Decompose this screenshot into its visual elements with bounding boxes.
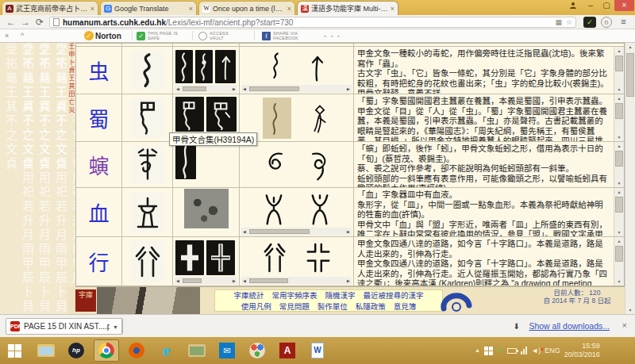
scroll-thumb[interactable]: [249, 278, 288, 283]
page-scrollbar[interactable]: ▲ ▼: [625, 43, 635, 314]
bronze-rubbing-image[interactable]: [206, 97, 237, 132]
clock[interactable]: 15:5920/03/2016: [564, 342, 600, 359]
tab-2[interactable]: G Google Translate ×: [100, 1, 197, 15]
footer-link[interactable]: 常用字頻序表: [271, 291, 317, 300]
oracle-rubbing-image[interactable]: [195, 50, 213, 83]
downloaded-file-button[interactable]: PDF PAGE 15 DI XIN AST....pdf: [6, 318, 123, 335]
word-button[interactable]: W: [305, 339, 330, 362]
headword-link[interactable]: 虫: [76, 56, 121, 85]
profile-icon[interactable]: [565, 0, 581, 11]
glyph-drawing[interactable]: [309, 99, 331, 137]
battery-icon[interactable]: [507, 348, 517, 354]
forward-icon[interactable]: →: [21, 16, 30, 29]
start-button[interactable]: [2, 339, 27, 362]
bronze-rubbing-image[interactable]: [184, 189, 229, 228]
page-safe-status[interactable]: ✓ THIS PAGE ISSAFE: [137, 29, 178, 42]
acrobat-button[interactable]: A: [275, 339, 300, 362]
hp-app-button[interactable]: hp: [64, 339, 89, 362]
glyph-drawing[interactable]: [307, 148, 331, 182]
seal-script-image[interactable]: [121, 142, 172, 187]
text-scrollbar[interactable]: ▲▼: [614, 94, 624, 141]
footer-link[interactable]: 使用凡例: [241, 302, 271, 311]
glyph-drawing[interactable]: [262, 239, 289, 276]
glyph-drawing[interactable]: [260, 190, 287, 227]
text-scrollbar[interactable]: ▲▼: [614, 142, 624, 187]
scroll-up-icon[interactable]: ▲: [625, 43, 635, 51]
oracle-rubbing-image[interactable]: [175, 143, 196, 179]
seal-script-image[interactable]: [121, 188, 172, 236]
footer-link[interactable]: 常見問題: [279, 302, 310, 311]
scroll-thumb[interactable]: [615, 197, 623, 213]
tray-windows-icon[interactable]: [484, 347, 493, 355]
translate-grid-icon[interactable]: ▦: [555, 18, 562, 26]
headword-link[interactable]: 行: [76, 247, 121, 276]
seal-script-image[interactable]: [121, 237, 172, 285]
tray-expand-icon[interactable]: ▲: [475, 347, 480, 354]
norton-more-dots-icon[interactable]: ● ● ●: [324, 29, 341, 42]
oracle-bone-photo[interactable]: [263, 98, 291, 139]
footer-link[interactable]: 隨機漢字: [325, 291, 356, 300]
tab-close-icon[interactable]: ×: [287, 5, 291, 13]
norton-extension-icon[interactable]: ✓: [583, 17, 596, 28]
bronze-rubbing-image[interactable]: [175, 240, 204, 275]
bronze-rubbing-image[interactable]: [206, 240, 235, 275]
scroll-thumb[interactable]: [183, 86, 206, 91]
bookmark-star-icon[interactable]: ☆: [566, 18, 572, 26]
scroll-thumb[interactable]: [249, 229, 310, 234]
firefox-button[interactable]: [124, 339, 149, 362]
glyph-drawing[interactable]: [307, 49, 328, 84]
share-facebook-button[interactable]: f SHARE VIAFACEBOOK: [262, 29, 298, 42]
chrome-menu-icon[interactable]: ≡: [618, 17, 629, 28]
chrome-button-active[interactable]: [94, 339, 119, 362]
access-vault-button[interactable]: ACCESSVAULT: [198, 29, 229, 42]
glyph-drawing[interactable]: [266, 49, 287, 84]
tab-close-icon[interactable]: ×: [391, 5, 394, 13]
headword-link[interactable]: 螾: [76, 150, 121, 179]
paint-button[interactable]: [244, 339, 270, 362]
headword-link[interactable]: 血: [76, 197, 121, 227]
network-signal-icon[interactable]: [521, 347, 527, 354]
footer-link[interactable]: 最近被搜尋的漢字: [364, 291, 424, 300]
bronze-rubbing-image[interactable]: [175, 97, 204, 132]
tab-3[interactable]: W Once upon a time (last na ×: [198, 1, 295, 15]
horizontal-scrollbar[interactable]: ◀▶: [241, 85, 352, 93]
oracle-rubbing-image[interactable]: [215, 50, 236, 83]
volume-muted-icon[interactable]: ◄)×: [531, 347, 541, 354]
show-all-downloads-link[interactable]: Show all downloads...: [529, 321, 610, 331]
download-options-caret[interactable]: ▼: [110, 318, 122, 335]
download-bar-close-icon[interactable]: ×: [622, 320, 627, 330]
text-scrollbar[interactable]: ▲▼: [614, 237, 624, 285]
minimize-button[interactable]: –: [583, 0, 598, 11]
text-scrollbar[interactable]: ▲▼: [614, 47, 624, 94]
scroll-thumb[interactable]: [615, 56, 623, 71]
url-input[interactable]: humanum.arts.cuhk.edu.hk /Lexis/lexi-mf/…: [49, 17, 576, 28]
back-icon[interactable]: ←: [6, 16, 16, 29]
scroll-down-icon[interactable]: ▼: [625, 306, 635, 314]
headword-link[interactable]: 蜀: [76, 103, 121, 132]
footer-link[interactable]: 製作單位: [318, 302, 348, 311]
photos-button[interactable]: [184, 339, 210, 362]
norton-bar-collapse-icon[interactable]: ^: [21, 29, 24, 42]
scroll-thumb[interactable]: [615, 246, 623, 262]
scroll-thumb[interactable]: [615, 151, 623, 167]
file-explorer-button[interactable]: [33, 339, 59, 362]
footer-link[interactable]: 字庫統計: [233, 291, 264, 300]
language-indicator[interactable]: ENG: [545, 347, 560, 354]
scroll-thumb[interactable]: [615, 103, 623, 119]
oracle-rubbing-image[interactable]: [175, 50, 193, 83]
horizontal-scrollbar[interactable]: ◀▶: [241, 277, 352, 285]
seal-script-image[interactable]: [121, 47, 172, 94]
norton-bar-close-icon[interactable]: ×: [5, 29, 9, 42]
tab-close-icon[interactable]: ×: [90, 5, 94, 13]
horizontal-scrollbar[interactable]: ◀▶: [175, 85, 237, 93]
scroll-thumb[interactable]: [183, 278, 202, 283]
glyph-drawing[interactable]: [263, 148, 287, 182]
mail-button[interactable]: ✉: [214, 339, 240, 362]
norton-tray-icon[interactable]: ✓: [497, 347, 503, 354]
scroll-thumb[interactable]: [626, 53, 634, 97]
extension-n-icon[interactable]: n: [601, 17, 612, 28]
footer-link[interactable]: 私隱政策: [356, 302, 386, 311]
scroll-thumb[interactable]: [249, 86, 299, 91]
tab-4-active[interactable]: 漢 漢語多功能字庫 Multi-fun ×: [297, 1, 398, 15]
internet-explorer-button[interactable]: e: [154, 339, 179, 362]
